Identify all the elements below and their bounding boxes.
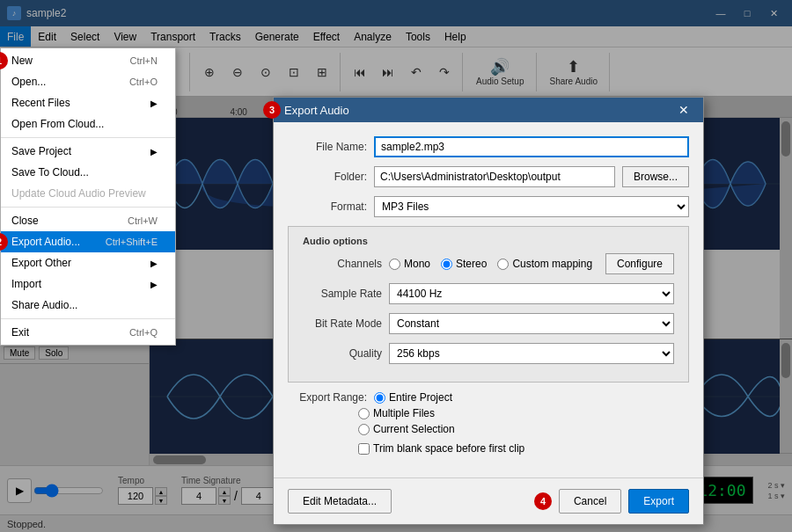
badge-4: 4 — [534, 492, 552, 510]
menu-new[interactable]: New Ctrl+N — [1, 50, 175, 71]
format-row: Format: MP3 Files WAV Files AIFF Files O… — [288, 196, 689, 217]
menu-export-audio[interactable]: Export Audio... Ctrl+Shift+E — [1, 231, 175, 252]
stereo-label: Stereo — [456, 258, 487, 270]
dialog-titlebar: Export Audio ✕ — [274, 98, 703, 122]
dialog-close-button[interactable]: ✕ — [675, 103, 693, 117]
export-range-section: Export Range: Entire Project Multiple Fi… — [288, 391, 689, 455]
mono-label: Mono — [404, 258, 430, 270]
menu-export-other[interactable]: Export Other ▶ — [1, 252, 175, 273]
export-button[interactable]: Export — [628, 489, 689, 514]
trim-checkbox-label[interactable]: Trim blank space before first clip — [358, 442, 524, 455]
menu-recent-files[interactable]: Recent Files ▶ — [1, 92, 175, 113]
current-selection-label: Current Selection — [373, 423, 455, 435]
mono-radio-label[interactable]: Mono — [389, 258, 430, 270]
entire-project-label: Entire Project — [389, 391, 452, 404]
dialog-title-text: Export Audio — [284, 104, 349, 117]
footer-left: Edit Metadata... — [288, 489, 527, 514]
configure-button[interactable]: Configure — [605, 253, 674, 274]
cancel-button[interactable]: Cancel — [559, 489, 621, 514]
menu-share-audio[interactable]: Share Audio... — [1, 295, 175, 316]
filename-row: File Name: — [288, 136, 689, 157]
stereo-radio-label[interactable]: Stereo — [441, 258, 487, 270]
menu-close[interactable]: Close Ctrl+W — [1, 210, 175, 231]
folder-row: Folder: Browse... — [288, 166, 689, 187]
quality-select[interactable]: 256 kbps 320 kbps 192 kbps 128 kbps — [389, 343, 674, 364]
menu-update-cloud: Update Cloud Audio Preview — [1, 183, 175, 204]
bit-rate-label: Bit Rate Mode — [303, 317, 382, 330]
multiple-files-row: Multiple Files — [288, 407, 689, 419]
menu-import[interactable]: Import ▶ — [1, 273, 175, 295]
menu-save-cloud[interactable]: Save To Cloud... — [1, 162, 175, 183]
channels-radio-group: Mono Stereo Custom mapping — [389, 258, 592, 270]
format-label: Format: — [288, 200, 367, 213]
channels-row: Channels Mono Stereo Custom mapping — [303, 253, 674, 274]
current-selection-radio-label[interactable]: Current Selection — [358, 423, 455, 435]
custom-radio-label[interactable]: Custom mapping — [497, 258, 592, 270]
folder-input[interactable] — [374, 166, 615, 187]
entire-project-radio-label[interactable]: Entire Project — [374, 391, 452, 404]
channels-label: Channels — [303, 258, 382, 270]
bit-rate-row: Bit Rate Mode Constant Variable Average — [303, 313, 674, 334]
menu-save-project[interactable]: Save Project ▶ — [1, 141, 175, 162]
stereo-radio[interactable] — [441, 259, 452, 270]
trim-label: Trim blank space before first clip — [373, 442, 524, 455]
multiple-files-radio-label[interactable]: Multiple Files — [358, 407, 435, 419]
badge-3: 3 — [263, 101, 281, 119]
sample-rate-row: Sample Rate 44100 Hz 48000 Hz 22050 Hz 1… — [303, 283, 674, 304]
browse-button[interactable]: Browse... — [622, 166, 689, 187]
filename-input[interactable] — [374, 136, 689, 157]
current-selection-radio[interactable] — [358, 424, 370, 435]
separator-3 — [1, 318, 175, 319]
export-audio-dialog: 3 Export Audio ✕ File Name: Folder: Brow… — [273, 97, 704, 525]
dialog-body: File Name: Folder: Browse... Format: MP3… — [274, 122, 703, 477]
export-range-label: Export Range: — [288, 391, 367, 404]
custom-radio[interactable] — [497, 259, 509, 270]
menu-open[interactable]: Open... Ctrl+O — [1, 71, 175, 92]
file-menu-dropdown: 1 New Ctrl+N Open... Ctrl+O Recent Files… — [0, 47, 176, 346]
entire-project-radio[interactable] — [374, 392, 385, 404]
custom-label: Custom mapping — [512, 258, 592, 270]
dropdown-menu: 1 New Ctrl+N Open... Ctrl+O Recent Files… — [0, 47, 176, 346]
filename-label: File Name: — [288, 141, 367, 153]
separator-2 — [1, 207, 175, 208]
multiple-files-radio[interactable] — [358, 408, 370, 419]
multiple-files-label: Multiple Files — [373, 407, 435, 419]
dialog-footer: Edit Metadata... 4 Cancel Export — [274, 477, 703, 524]
audio-options-title: Audio options — [303, 236, 674, 246]
quality-row: Quality 256 kbps 320 kbps 192 kbps 128 k… — [303, 343, 674, 364]
quality-label: Quality — [303, 347, 382, 360]
audio-options-section: Audio options Channels Mono Stereo Custo… — [288, 226, 689, 383]
trim-row: Trim blank space before first clip — [288, 442, 689, 455]
edit-metadata-button[interactable]: Edit Metadata... — [288, 489, 392, 514]
mono-radio[interactable] — [389, 259, 400, 270]
current-selection-row: Current Selection — [288, 423, 689, 435]
sample-rate-label: Sample Rate — [303, 288, 382, 300]
menu-open-cloud[interactable]: Open From Cloud... — [1, 113, 175, 135]
trim-checkbox[interactable] — [358, 443, 370, 455]
export-range-header-row: Export Range: Entire Project — [288, 391, 689, 404]
format-select[interactable]: MP3 Files WAV Files AIFF Files OGG Vorbi… — [374, 196, 689, 217]
separator-1 — [1, 137, 175, 138]
folder-label: Folder: — [288, 171, 367, 183]
bit-rate-select[interactable]: Constant Variable Average — [389, 313, 674, 334]
sample-rate-select[interactable]: 44100 Hz 48000 Hz 22050 Hz 16000 Hz 8000… — [389, 283, 674, 304]
menu-exit[interactable]: Exit Ctrl+Q — [1, 322, 175, 343]
